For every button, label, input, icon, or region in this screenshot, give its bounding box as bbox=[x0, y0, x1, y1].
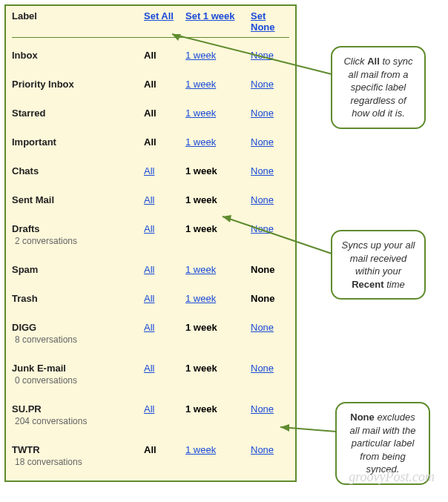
label-row: TWTR18 conversationsAll1 weekNone bbox=[12, 435, 289, 476]
label-name: Drafts bbox=[12, 223, 144, 234]
option-week[interactable]: 1 week bbox=[185, 136, 216, 148]
option-none[interactable]: None bbox=[251, 223, 274, 234]
label-name: Inbox bbox=[12, 50, 144, 61]
set-none-link[interactable]: Set None bbox=[251, 10, 275, 33]
label-row: InboxAll1 weekNone bbox=[12, 41, 289, 70]
label-name: Junk E-mail bbox=[12, 363, 144, 374]
option-none[interactable]: None bbox=[251, 363, 274, 374]
option-all: All bbox=[144, 136, 157, 148]
option-none[interactable]: None bbox=[251, 322, 274, 333]
option-all[interactable]: All bbox=[144, 322, 154, 333]
option-week[interactable]: 1 week bbox=[185, 79, 216, 90]
option-all[interactable]: All bbox=[144, 403, 154, 415]
option-week[interactable]: 1 week bbox=[185, 50, 216, 61]
callout-all: Click All to sync all mail from a specif… bbox=[331, 46, 426, 129]
sync-settings-panel: Label Set All Set 1 week Set None InboxA… bbox=[4, 4, 297, 482]
option-all[interactable]: All bbox=[144, 194, 154, 205]
option-week: 1 week bbox=[185, 363, 217, 374]
option-none[interactable]: None bbox=[251, 108, 274, 119]
option-all[interactable]: All bbox=[144, 293, 154, 304]
option-week: 1 week bbox=[185, 223, 217, 234]
label-name: SU.PR bbox=[12, 403, 144, 415]
option-all[interactable]: All bbox=[144, 223, 154, 234]
option-none[interactable]: None bbox=[251, 50, 274, 61]
option-all: All bbox=[144, 444, 157, 455]
option-none[interactable]: None bbox=[251, 403, 274, 415]
label-row: Sent MailAll1 weekNone bbox=[12, 185, 289, 214]
header-row: Label Set All Set 1 week Set None bbox=[12, 10, 289, 38]
label-row: ImportantAll1 weekNone bbox=[12, 128, 289, 156]
set-all-link[interactable]: Set All bbox=[144, 10, 174, 22]
option-all[interactable]: All bbox=[144, 165, 154, 176]
option-none: None bbox=[251, 293, 275, 304]
option-all: All bbox=[144, 79, 157, 90]
label-row: SpamAll1 weekNone bbox=[12, 255, 289, 284]
label-subtext: 2 conversations bbox=[12, 234, 144, 246]
label-row: SU.PR204 conversationsAll1 weekNone bbox=[12, 394, 289, 435]
label-row: Drafts2 conversationsAll1 weekNone bbox=[12, 214, 289, 255]
label-row: DIGG8 conversationsAll1 weekNone bbox=[12, 313, 289, 354]
label-name: Trash bbox=[12, 293, 144, 304]
label-row: Junk E-mail0 conversationsAll1 weekNone bbox=[12, 354, 289, 394]
label-name: Starred bbox=[12, 108, 144, 119]
option-week[interactable]: 1 week bbox=[185, 293, 216, 304]
label-name: DIGG bbox=[12, 322, 144, 333]
label-name: Spam bbox=[12, 264, 144, 275]
label-row: ChatsAll1 weekNone bbox=[12, 156, 289, 185]
option-week[interactable]: 1 week bbox=[185, 264, 216, 275]
option-all: All bbox=[144, 50, 157, 61]
option-none[interactable]: None bbox=[251, 136, 274, 148]
label-subtext: 8 conversations bbox=[12, 333, 144, 345]
label-subtext: 18 conversations bbox=[12, 455, 144, 467]
option-none[interactable]: None bbox=[251, 194, 274, 205]
option-week: 1 week bbox=[185, 165, 217, 176]
option-week: 1 week bbox=[185, 194, 217, 205]
option-none[interactable]: None bbox=[251, 79, 274, 90]
option-all: All bbox=[144, 108, 157, 119]
label-name: Important bbox=[12, 136, 144, 148]
option-week[interactable]: 1 week bbox=[185, 444, 216, 455]
option-none: None bbox=[251, 264, 275, 275]
option-week[interactable]: 1 week bbox=[185, 108, 216, 119]
header-label: Label bbox=[12, 10, 144, 22]
callout-none: None excludes all mail with the particul… bbox=[335, 402, 430, 485]
option-none[interactable]: None bbox=[251, 165, 274, 176]
option-all[interactable]: All bbox=[144, 264, 154, 275]
label-row: StarredAll1 weekNone bbox=[12, 99, 289, 128]
label-subtext: 204 conversations bbox=[12, 415, 144, 426]
label-name: Sent Mail bbox=[12, 194, 144, 205]
label-name: TWTR bbox=[12, 444, 144, 455]
callout-recent: Syncs up your all mail received within y… bbox=[331, 230, 426, 300]
option-all[interactable]: All bbox=[144, 363, 154, 374]
option-week: 1 week bbox=[185, 322, 217, 333]
label-row: Priority InboxAll1 weekNone bbox=[12, 70, 289, 99]
option-none[interactable]: None bbox=[251, 444, 274, 455]
set-1-week-link[interactable]: Set 1 week bbox=[185, 10, 235, 22]
label-name: Chats bbox=[12, 165, 144, 176]
label-name: Priority Inbox bbox=[12, 79, 144, 90]
label-subtext: 0 conversations bbox=[12, 374, 144, 386]
option-week: 1 week bbox=[185, 403, 217, 415]
label-row: TrashAll1 weekNone bbox=[12, 284, 289, 313]
